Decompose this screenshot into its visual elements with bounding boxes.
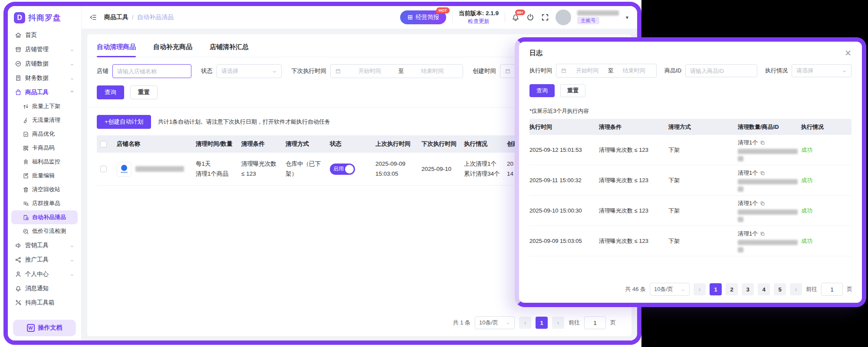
finance-icon: [15, 75, 22, 82]
sidebar-subitem-福利品监控[interactable]: 福利品监控: [11, 155, 78, 169]
notifications-bell-icon[interactable]: 99+: [511, 13, 520, 22]
product-id-blurred-wrap: [738, 156, 743, 161]
check-update-link[interactable]: 检查更新: [459, 18, 499, 25]
enable-toggle[interactable]: 启用: [330, 164, 355, 175]
collapse-sidebar-icon[interactable]: [89, 13, 97, 21]
status-select[interactable]: 请选择: [217, 64, 282, 78]
create-time-filter-label: 创建时间: [473, 67, 496, 75]
sidebar-subitem-label: 清空回收站: [32, 186, 60, 193]
avatar[interactable]: [556, 10, 571, 25]
sidebar-subitem-无流量清理[interactable]: 无流量清理: [11, 113, 78, 127]
sidebar-item-抖商工具箱[interactable]: 抖商工具箱: [11, 295, 78, 310]
dialog-page-number-5[interactable]: 5: [774, 283, 786, 295]
dialog-reset-button[interactable]: 重置: [560, 84, 585, 97]
log-status: 成功: [801, 177, 852, 184]
dialog-query-button[interactable]: 查询: [529, 84, 555, 97]
dialog-prev-page-button[interactable]: ‹: [694, 283, 706, 295]
sidebar-subitem-卡商品码[interactable]: 卡商品码: [11, 141, 78, 155]
report-grid-icon: [407, 14, 413, 20]
tab-auto-restock[interactable]: 自动补充商品: [153, 43, 192, 57]
row-checkbox[interactable]: [100, 166, 107, 172]
dialog-total-count: 共 46 条: [625, 285, 646, 293]
sidebar-subitem-低价引流检测[interactable]: 低价引流检测: [11, 224, 78, 238]
sidebar-subitem-label: 批量上下架: [32, 102, 60, 110]
bell-icon: [15, 285, 22, 292]
product-id-input[interactable]: [685, 64, 757, 77]
query-button[interactable]: 查询: [97, 85, 124, 99]
sidebar-item-消息通知[interactable]: 消息通知: [11, 281, 78, 295]
business-report-button[interactable]: 经营简报 HOT: [400, 10, 446, 24]
sidebar-subitem-批量编辑[interactable]: 批量编辑: [11, 169, 78, 183]
date-start-placeholder: 开始时间: [344, 67, 396, 75]
exec-status-select[interactable]: 请选择: [792, 64, 852, 77]
dialog-date-to-label: 至: [608, 67, 614, 75]
sidebar-item-店铺管理[interactable]: 店铺管理: [11, 42, 78, 56]
copy-icon[interactable]: [760, 170, 765, 176]
dialog-page-number-4[interactable]: 4: [758, 283, 770, 295]
sidebar-item-营销工具[interactable]: 营销工具: [11, 238, 78, 252]
plan-note: 共计1条自动计划。请注意下次执行日期，打开软件才能执行自动任务: [158, 118, 330, 126]
create-auto-plan-button[interactable]: +创建自动计划: [97, 115, 151, 129]
col-exec-time: 执行时间: [529, 123, 599, 131]
dialog-goto-label: 前往: [806, 285, 817, 293]
power-icon[interactable]: [526, 13, 535, 22]
account-type-badge: 主账号: [577, 17, 599, 24]
copy-icon[interactable]: [760, 231, 765, 236]
dialog-next-page-button[interactable]: ›: [790, 283, 802, 295]
calendar-icon: [561, 68, 567, 74]
monitor-icon: [23, 159, 29, 165]
sidebar-item-label: 抖商工具箱: [25, 299, 55, 307]
dialog-page-number-1[interactable]: 1: [710, 283, 722, 295]
reset-button[interactable]: 重置: [130, 85, 158, 99]
chevron-down-icon: [70, 258, 74, 262]
sidebar-subitem-店群搜单品[interactable]: 店群搜单品: [11, 196, 78, 210]
sidebar-item-推广工具[interactable]: 推广工具: [11, 252, 78, 267]
dialog-page-size-select[interactable]: 10条/页: [650, 283, 690, 296]
chevron-down-icon: [70, 47, 74, 52]
page-number-1[interactable]: 1: [536, 317, 548, 329]
sidebar-subitem-批量上下架[interactable]: 批量上下架: [11, 99, 78, 113]
sidebar-item-个人中心[interactable]: 个人中心: [11, 267, 78, 281]
copy-icon[interactable]: [760, 140, 765, 145]
prev-page-button[interactable]: ‹: [519, 317, 531, 329]
tab-auto-clean[interactable]: 自动清理商品: [97, 43, 136, 57]
toggle-label: 启用: [333, 165, 344, 173]
page-size-select[interactable]: 10条/页: [475, 316, 515, 329]
breadcrumb-root[interactable]: 商品工具: [104, 13, 128, 21]
sidebar-item-商品工具[interactable]: 商品工具: [11, 85, 78, 99]
shop-name-input[interactable]: [112, 64, 191, 78]
exec-time-date-range[interactable]: 开始时间 至 结束时间: [556, 64, 657, 78]
tab-summary[interactable]: 店铺清补汇总: [210, 43, 249, 57]
dialog-goto-page-input[interactable]: [821, 283, 843, 296]
dialog-page-suffix-label: 页: [847, 285, 852, 293]
sidebar-item-label: 个人中心: [25, 270, 49, 278]
sidebar-subitem-自动补品清品[interactable]: 自动补品清品: [11, 210, 78, 224]
sidebar-item-首页[interactable]: 首页: [11, 28, 78, 42]
notification-count-badge: 99+: [515, 10, 525, 15]
sidebar-subitem-清空回收站[interactable]: 清空回收站: [11, 183, 78, 196]
sidebar-item-财务数据[interactable]: 财务数据: [11, 71, 78, 85]
log-status: 成功: [801, 207, 852, 215]
log-row: 2025-09-12 15:01:53清理曝光次数 ≤ 123下架清理1个成功: [529, 135, 852, 165]
product-id-blurred: [738, 149, 798, 154]
dialog-page-number-2[interactable]: 2: [726, 283, 738, 295]
next-time-date-range[interactable]: 开始时间 至 结束时间: [330, 64, 463, 78]
dialog-page-number-3[interactable]: 3: [742, 283, 754, 295]
schedule-cell: 每1天 清理1个商品: [196, 159, 241, 179]
log-dialog: 日志 ✕ 执行时间 开始时间 至 结束时间 商品ID 执行情况 请选择 查询 重…: [515, 37, 866, 307]
sidebar-item-店铺数据[interactable]: 店铺数据: [11, 56, 78, 71]
goto-page-input[interactable]: [584, 316, 606, 329]
next-page-button[interactable]: ›: [552, 317, 564, 329]
log-method: 下架: [668, 177, 738, 184]
sidebar-subitem-商品优化[interactable]: 商品优化: [11, 127, 78, 141]
hot-badge: HOT: [436, 7, 450, 13]
next-exec-cell: 2025-09-10: [421, 166, 464, 172]
operation-docs-button[interactable]: W 操作文档: [13, 320, 76, 336]
close-icon[interactable]: ✕: [845, 49, 852, 57]
screen: D 抖商罗盘 首页店铺管理店铺数据财务数据商品工具批量上下架无流量清理商品优化卡…: [0, 0, 868, 347]
account-dropdown-caret[interactable]: ▼: [625, 15, 629, 20]
product-id-blurred-wrap: [738, 217, 743, 222]
fullscreen-icon[interactable]: [541, 13, 549, 22]
select-all-checkbox[interactable]: [100, 141, 107, 147]
copy-icon[interactable]: [760, 201, 765, 206]
